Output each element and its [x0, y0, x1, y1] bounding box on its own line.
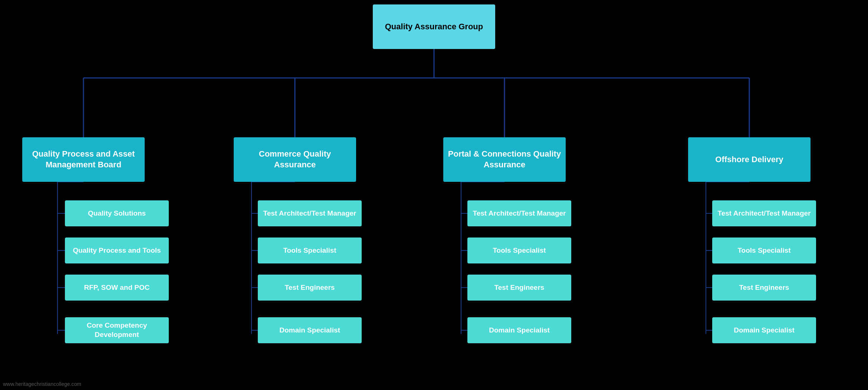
- sub-node-l3: RFP, SOW and POC: [65, 275, 169, 301]
- sub-node-p4: Domain Specialist: [467, 317, 571, 343]
- dept-node-2: Commerce Quality Assurance: [234, 137, 356, 182]
- dept-node-1: Quality Process and Asset Management Boa…: [22, 137, 145, 182]
- sub-node-p2: Tools Specialist: [467, 237, 571, 263]
- sub-node-p3: Test Engineers: [467, 275, 571, 301]
- dept-node-4: Offshore Delivery: [688, 137, 811, 182]
- org-chart: Quality Assurance Group Quality Process …: [0, 0, 868, 390]
- sub-node-l4: Core Competency Development: [65, 317, 169, 343]
- sub-node-c3: Test Engineers: [258, 275, 362, 301]
- sub-node-o1: Test Architect/Test Manager: [712, 200, 816, 226]
- watermark: www.heritagechristiancollege.com: [3, 381, 81, 387]
- sub-node-o3: Test Engineers: [712, 275, 816, 301]
- sub-node-c4: Domain Specialist: [258, 317, 362, 343]
- sub-node-l1: Quality Solutions: [65, 200, 169, 226]
- sub-node-c1: Test Architect/Test Manager: [258, 200, 362, 226]
- sub-node-c2: Tools Specialist: [258, 237, 362, 263]
- sub-node-l2: Quality Process and Tools: [65, 237, 169, 263]
- sub-node-o4: Domain Specialist: [712, 317, 816, 343]
- top-node: Quality Assurance Group: [373, 4, 495, 49]
- dept-node-3: Portal & Connections Quality Assurance: [443, 137, 566, 182]
- sub-node-p1: Test Architect/Test Manager: [467, 200, 571, 226]
- sub-node-o2: Tools Specialist: [712, 237, 816, 263]
